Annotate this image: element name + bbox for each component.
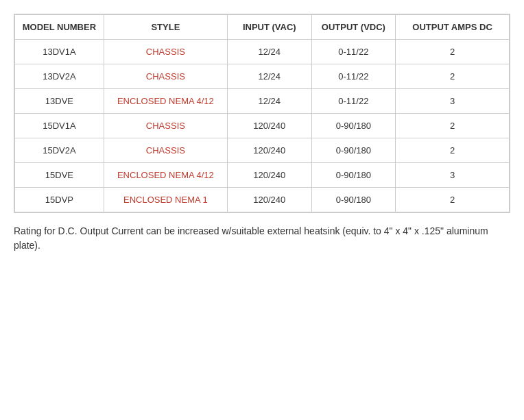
header-input: INPUT (VAC)	[228, 15, 312, 40]
table-row: 15DVEENCLOSED NEMA 4/12120/2400-90/1803	[15, 163, 510, 188]
cell-model: 13DVE	[15, 89, 104, 114]
cell-output: 0-11/22	[311, 64, 396, 89]
cell-output: 0-11/22	[311, 40, 396, 64]
cell-style: ENCLOSED NEMA 4/12	[104, 163, 227, 188]
cell-amps: 2	[396, 64, 510, 89]
cell-input: 12/24	[228, 64, 312, 89]
cell-model: 13DV2A	[15, 64, 104, 89]
product-table: MODEL NUMBER STYLE INPUT (VAC) OUTPUT (V…	[14, 14, 510, 212]
cell-amps: 2	[396, 40, 510, 64]
cell-amps: 2	[396, 138, 510, 163]
cell-output: 0-11/22	[311, 89, 396, 114]
cell-output: 0-90/180	[311, 188, 396, 212]
cell-input: 120/240	[228, 114, 312, 138]
table-row: 15DVPENCLOSED NEMA 1120/2400-90/1802	[15, 188, 510, 212]
cell-input: 12/24	[228, 40, 312, 64]
cell-model: 15DVE	[15, 163, 104, 188]
cell-input: 120/240	[228, 163, 312, 188]
cell-style: ENCLOSED NEMA 1	[104, 188, 227, 212]
table-row: 15DV2ACHASSIS120/2400-90/1802	[15, 138, 510, 163]
table-row: 13DV2ACHASSIS12/240-11/222	[15, 64, 510, 89]
cell-amps: 2	[396, 114, 510, 138]
cell-amps: 3	[396, 163, 510, 188]
header-output: OUTPUT (VDC)	[311, 15, 396, 40]
cell-output: 0-90/180	[311, 114, 396, 138]
cell-model: 15DVP	[15, 188, 104, 212]
cell-amps: 2	[396, 188, 510, 212]
cell-model: 13DV1A	[15, 40, 104, 64]
cell-style: ENCLOSED NEMA 4/12	[104, 89, 227, 114]
cell-amps: 3	[396, 89, 510, 114]
table-row: 15DV1ACHASSIS120/2400-90/1802	[15, 114, 510, 138]
cell-style: CHASSIS	[104, 138, 227, 163]
table-header-row: MODEL NUMBER STYLE INPUT (VAC) OUTPUT (V…	[15, 15, 510, 40]
cell-output: 0-90/180	[311, 163, 396, 188]
cell-model: 15DV1A	[15, 114, 104, 138]
header-model: MODEL NUMBER	[15, 15, 104, 40]
cell-style: CHASSIS	[104, 40, 227, 64]
product-table-container: MODEL NUMBER STYLE INPUT (VAC) OUTPUT (V…	[14, 14, 510, 213]
cell-model: 15DV2A	[15, 138, 104, 163]
table-row: 13DVEENCLOSED NEMA 4/1212/240-11/223	[15, 89, 510, 114]
cell-output: 0-90/180	[311, 138, 396, 163]
cell-input: 120/240	[228, 138, 312, 163]
footer-note: Rating for D.C. Output Current can be in…	[14, 224, 510, 253]
cell-input: 12/24	[228, 89, 312, 114]
table-row: 13DV1ACHASSIS12/240-11/222	[15, 40, 510, 64]
cell-style: CHASSIS	[104, 64, 227, 89]
cell-style: CHASSIS	[104, 114, 227, 138]
cell-input: 120/240	[228, 188, 312, 212]
header-amps: OUTPUT AMPS DC	[396, 15, 510, 40]
header-style: STYLE	[104, 15, 227, 40]
